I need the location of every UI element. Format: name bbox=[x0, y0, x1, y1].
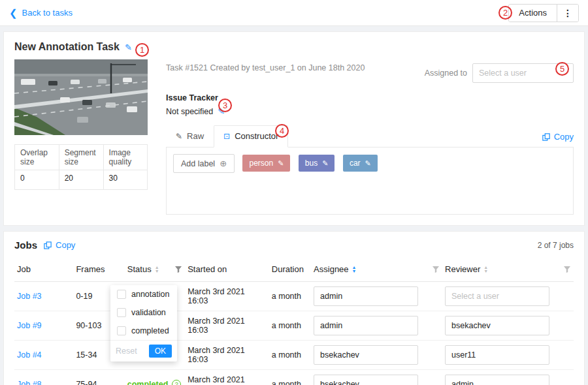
reviewer-input[interactable] bbox=[445, 375, 549, 385]
copy-icon bbox=[542, 133, 550, 141]
edit-task-name-icon[interactable]: ✎ bbox=[125, 42, 132, 52]
sort-assignee-icon[interactable]: ▲▼ bbox=[352, 266, 357, 273]
edit-label-icon[interactable]: ✎ bbox=[322, 159, 328, 168]
job-link[interactable]: Job #9 bbox=[17, 321, 42, 330]
filter-option-label: annotation bbox=[131, 290, 169, 299]
annotation-circle-5: 5 bbox=[555, 62, 569, 76]
duration-cell: a month bbox=[269, 311, 311, 341]
task-preview-image bbox=[14, 59, 148, 135]
param-value-quality: 30 bbox=[103, 170, 147, 190]
col-header-job: Job bbox=[14, 257, 73, 282]
label-name: bus bbox=[305, 159, 318, 168]
task-title: New Annotation Task bbox=[14, 41, 120, 53]
label-tag-bus[interactable]: bus ✎ bbox=[299, 155, 335, 172]
col-header-started: Started on bbox=[185, 257, 269, 282]
duration-cell: a month bbox=[269, 282, 311, 311]
jobs-table-header-row: Job Frames Status ▲▼ Started on Duration bbox=[14, 257, 574, 282]
add-label-text: Add label bbox=[181, 159, 215, 168]
assignee-input[interactable] bbox=[314, 316, 418, 335]
assignee-input[interactable] bbox=[314, 345, 418, 365]
edit-label-icon[interactable]: ✎ bbox=[278, 159, 284, 168]
param-header-segment: Segment size bbox=[59, 145, 103, 170]
back-to-tasks-link[interactable]: ❮ Back to tasks bbox=[9, 8, 73, 18]
assignee-input[interactable] bbox=[314, 375, 418, 385]
edit-label-icon[interactable]: ✎ bbox=[365, 159, 371, 168]
task-meta-text: Task #1521 Created by test_user_1 on Jun… bbox=[166, 63, 365, 72]
filter-option-annotation[interactable]: annotation bbox=[110, 285, 177, 303]
copy-icon bbox=[44, 241, 52, 249]
col-header-reviewer[interactable]: Reviewer bbox=[445, 264, 480, 274]
checkbox-icon[interactable] bbox=[117, 308, 126, 317]
started-cell: March 3rd 2021 16:03 bbox=[185, 311, 269, 341]
duration-cell: a month bbox=[269, 341, 311, 370]
task-params-table: Overlap size Segment size Image quality … bbox=[14, 144, 148, 190]
col-header-status[interactable]: Status bbox=[127, 264, 152, 274]
filter-option-label: completed bbox=[131, 326, 169, 335]
tab-constructor-label: Constructor bbox=[235, 131, 278, 141]
checkbox-icon[interactable] bbox=[117, 326, 126, 335]
copy-label: Copy bbox=[56, 240, 75, 250]
assignee-input[interactable] bbox=[314, 286, 418, 306]
reviewer-input[interactable] bbox=[445, 286, 549, 306]
duration-cell: a month bbox=[269, 370, 311, 385]
back-chevron-icon: ❮ bbox=[9, 8, 18, 18]
col-header-frames: Frames bbox=[73, 257, 124, 282]
issue-tracker-value: Not specified bbox=[166, 107, 213, 116]
sort-reviewer-icon[interactable]: ▲▼ bbox=[483, 266, 488, 273]
col-header-assignee[interactable]: Assignee bbox=[314, 264, 348, 274]
sort-status-icon[interactable]: ▲▼ bbox=[155, 266, 159, 273]
param-value-overlap: 0 bbox=[15, 170, 59, 190]
reviewer-input[interactable] bbox=[445, 345, 549, 365]
annotation-circle-2: 2 bbox=[498, 6, 512, 20]
filter-assignee-icon[interactable] bbox=[432, 266, 440, 273]
started-cell: March 3rd 2021 16:03 bbox=[185, 370, 269, 385]
label-name: car bbox=[350, 159, 361, 168]
job-link[interactable]: Job #8 bbox=[17, 380, 42, 385]
labels-tabs-bar: ✎ Raw ⊡ Constructor Copy bbox=[166, 125, 574, 147]
filter-reset-button[interactable]: Reset bbox=[116, 346, 137, 356]
jobs-copy-button[interactable]: Copy bbox=[44, 240, 75, 250]
labels-constructor-panel: Add label ⊕ person ✎ bus ✎ car ✎ bbox=[166, 147, 574, 215]
labels-copy-button[interactable]: Copy bbox=[542, 132, 574, 147]
tab-raw[interactable]: ✎ Raw bbox=[166, 125, 214, 147]
checkbox-icon[interactable] bbox=[117, 290, 126, 299]
job-link[interactable]: Job #4 bbox=[17, 350, 42, 360]
label-tag-person[interactable]: person ✎ bbox=[242, 155, 290, 172]
filter-option-completed[interactable]: completed bbox=[110, 322, 177, 340]
param-value-segment: 20 bbox=[59, 170, 103, 190]
filter-ok-button[interactable]: OK bbox=[149, 345, 172, 358]
status-text: completed bbox=[127, 380, 169, 385]
add-label-button[interactable]: Add label ⊕ bbox=[173, 154, 235, 173]
tab-raw-label: Raw bbox=[187, 131, 204, 141]
jobs-table: Job Frames Status ▲▼ Started on Duration bbox=[14, 257, 574, 385]
question-circle-icon[interactable]: ? bbox=[172, 380, 181, 385]
jobs-count-label: 2 of 7 jobs bbox=[538, 241, 574, 250]
status-filter-dropdown: annotation validation completed Reset OK bbox=[110, 285, 177, 362]
pencil-icon: ✎ bbox=[176, 132, 182, 141]
copy-label: Copy bbox=[554, 132, 574, 142]
param-header-overlap: Overlap size bbox=[15, 145, 59, 170]
label-name: person bbox=[249, 159, 273, 168]
param-header-quality: Image quality bbox=[103, 145, 147, 170]
assigned-to-label: Assigned to bbox=[425, 69, 467, 78]
jobs-title: Jobs bbox=[14, 239, 37, 251]
annotation-circle-3: 3 bbox=[218, 99, 232, 112]
filter-option-label: validation bbox=[131, 308, 166, 317]
annotation-circle-4: 4 bbox=[275, 124, 289, 138]
actions-menu-icon[interactable]: ⋮ bbox=[557, 5, 578, 22]
back-link-label: Back to tasks bbox=[22, 8, 73, 18]
actions-button[interactable]: Actions bbox=[509, 5, 557, 22]
col-header-duration: Duration bbox=[269, 257, 311, 282]
started-cell: March 3rd 2021 16:03 bbox=[185, 282, 269, 311]
label-tag-car[interactable]: car ✎ bbox=[343, 155, 378, 172]
job-link[interactable]: Job #3 bbox=[17, 292, 42, 301]
started-cell: March 3rd 2021 16:03 bbox=[185, 341, 269, 370]
reviewer-input[interactable] bbox=[445, 316, 549, 335]
filter-option-validation[interactable]: validation bbox=[110, 303, 177, 322]
filter-reviewer-icon[interactable] bbox=[563, 266, 571, 273]
filter-status-icon[interactable] bbox=[174, 266, 182, 273]
plus-circle-icon: ⊕ bbox=[220, 159, 227, 168]
frames-cell: 75-94 bbox=[73, 370, 124, 385]
table-row: Job #4 15-34 March 3rd 2021 16:03 a mont… bbox=[14, 341, 574, 370]
table-row: Job #3 0-19 March 3rd 2021 16:03 a month bbox=[14, 282, 574, 311]
